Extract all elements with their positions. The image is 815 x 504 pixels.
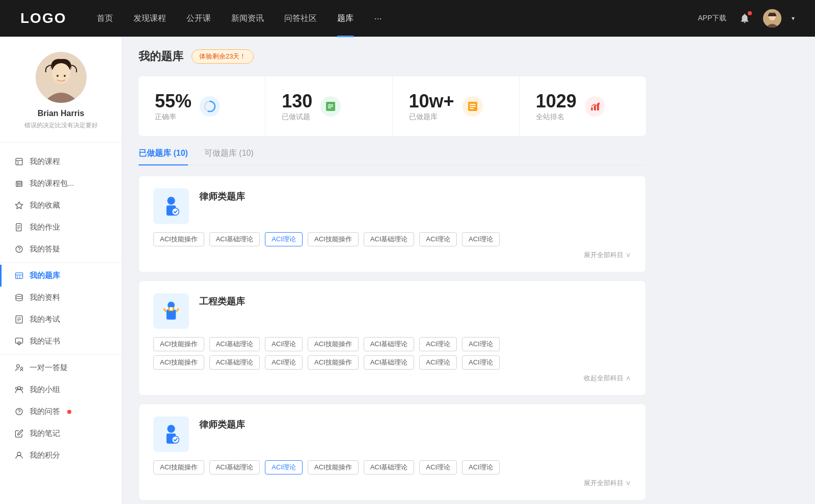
collapse-link-engineer[interactable]: 收起全部科目 ∧ <box>153 374 631 383</box>
nav-links: 首页 发现课程 公开课 新闻资讯 问答社区 题库 ··· <box>97 13 698 24</box>
sidebar-item-label: 我的课程包... <box>30 179 74 188</box>
tag-item[interactable]: ACI技能操作 <box>153 355 204 370</box>
rank-icon <box>585 96 605 117</box>
page-header: 我的题库 体验剩余23天！ <box>139 49 646 64</box>
svg-point-61 <box>170 307 173 310</box>
sidebar-item-my-cert[interactable]: 我的证书 <box>0 330 122 352</box>
tag-item[interactable]: ACI理论 <box>419 232 457 246</box>
tag-item[interactable]: ACI基础理论 <box>209 337 260 351</box>
sidebar-item-my-data[interactable]: 我的资料 <box>0 287 122 309</box>
accuracy-icon <box>200 96 220 117</box>
tag-item-active[interactable]: ACI理论 <box>265 460 303 474</box>
qbank-card-engineer: 工程类题库 ACI技能操作 ACI基础理论 ACI理论 ACI技能操作 ACI基… <box>139 281 646 396</box>
svg-rect-7 <box>16 158 22 165</box>
svg-point-6 <box>64 75 66 77</box>
sidebar-item-my-note[interactable]: 我的笔记 <box>0 423 122 444</box>
svg-rect-48 <box>470 104 476 105</box>
sidebar-item-my-package[interactable]: 我的课程包... <box>0 173 122 194</box>
sidebar-profile: Brian Harris 错误的决定比没有决定要好 <box>0 52 122 143</box>
app-download-button[interactable]: APP下载 <box>698 14 726 23</box>
user-menu-chevron[interactable]: ▾ <box>792 15 795 22</box>
nav-home[interactable]: 首页 <box>97 13 113 24</box>
nav-public[interactable]: 公开课 <box>186 13 211 24</box>
nav-bank[interactable]: 题库 <box>337 13 354 24</box>
main-layout: Brian Harris 错误的决定比没有决定要好 我的课程 我的课程包... <box>0 0 815 504</box>
nav-courses[interactable]: 发现课程 <box>133 13 166 24</box>
nav-news[interactable]: 新闻资讯 <box>231 13 264 24</box>
tag-item-active[interactable]: ACI理论 <box>265 232 303 246</box>
svg-rect-31 <box>15 338 22 343</box>
svg-point-21 <box>16 246 22 253</box>
tag-item[interactable]: ACI理论 <box>419 460 457 474</box>
tag-item[interactable]: ACI理论 <box>419 355 457 370</box>
svg-rect-51 <box>591 107 593 110</box>
sidebar-item-my-homework[interactable]: 我的作业 <box>0 216 122 238</box>
svg-point-35 <box>17 386 20 389</box>
tag-item[interactable]: ACI技能操作 <box>308 355 359 370</box>
sidebar-menu: 我的课程 我的课程包... 我的收藏 我的作业 <box>0 143 122 474</box>
sidebar-item-label: 我的证书 <box>30 337 60 346</box>
tag-item[interactable]: ACI基础理论 <box>209 460 260 474</box>
avatar <box>36 52 87 103</box>
sidebar-item-my-question[interactable]: 我的问答 <box>0 401 122 423</box>
stat-value-accuracy: 55% <box>155 91 192 112</box>
expand-link-lawyer-2[interactable]: 展开全部科目 ∨ <box>153 479 631 488</box>
tags-row-lawyer-1: ACI技能操作 ACI基础理论 ACI理论 ACI技能操作 ACI基础理论 AC… <box>153 232 631 246</box>
tag-item[interactable]: ACI技能操作 <box>308 232 359 246</box>
sidebar-item-label: 我的资料 <box>30 293 60 302</box>
sidebar-item-one-on-one[interactable]: 一对一答疑 <box>0 357 122 379</box>
tag-item[interactable]: ACI基础理论 <box>209 355 260 370</box>
expand-link-lawyer-1[interactable]: 展开全部科目 ∨ <box>153 250 631 260</box>
notification-dot <box>748 11 752 15</box>
tag-item[interactable]: ACI技能操作 <box>153 337 204 351</box>
sidebar-item-my-favorites[interactable]: 我的收藏 <box>0 194 122 216</box>
sidebar-item-my-score[interactable]: 我的积分 <box>0 444 122 466</box>
tag-item[interactable]: ACI理论 <box>265 337 303 351</box>
tag-item[interactable]: ACI基础理论 <box>364 355 415 370</box>
tag-item[interactable]: ACI理论 <box>462 460 500 474</box>
stat-done-questions: 130 已做试题 <box>265 76 392 136</box>
tag-item[interactable]: ACI技能操作 <box>153 460 204 474</box>
sidebar-item-my-bank[interactable]: 我的题库 <box>0 265 122 287</box>
nav-right: APP下载 ▾ <box>698 9 795 27</box>
nav-qa[interactable]: 问答社区 <box>284 13 317 24</box>
nav-more[interactable]: ··· <box>374 13 382 24</box>
stat-label-rank: 全站排名 <box>536 113 564 121</box>
svg-rect-22 <box>15 273 22 278</box>
notification-bell[interactable] <box>737 10 753 26</box>
lawyer-icon-1 <box>153 188 189 224</box>
user-avatar[interactable] <box>763 9 781 27</box>
svg-rect-50 <box>470 108 474 109</box>
sidebar-item-my-qa[interactable]: 我的答疑 <box>0 238 122 260</box>
tag-item[interactable]: ACI基础理论 <box>364 232 415 246</box>
sidebar-item-my-exam[interactable]: 我的考试 <box>0 309 122 330</box>
stat-done-banks: 10w+ 已做题库 <box>393 76 520 136</box>
tag-item[interactable]: ACI技能操作 <box>308 337 359 351</box>
main-content: 我的题库 体验剩余23天！ 55% 正确率 130 <box>122 37 662 504</box>
tag-item[interactable]: ACI理论 <box>265 355 303 370</box>
tag-item[interactable]: ACI基础理论 <box>364 337 415 351</box>
tag-item[interactable]: ACI技能操作 <box>308 460 359 474</box>
package-icon <box>14 179 23 188</box>
tag-item[interactable]: ACI基础理论 <box>209 232 260 246</box>
sidebar: Brian Harris 错误的决定比没有决定要好 我的课程 我的课程包... <box>0 37 122 504</box>
sidebar-divider <box>0 262 122 263</box>
stat-accuracy: 55% 正确率 <box>139 76 265 136</box>
logo[interactable]: LOGO <box>20 10 66 26</box>
sidebar-item-my-course[interactable]: 我的课程 <box>0 151 122 173</box>
tab-done-banks[interactable]: 已做题库 (10) <box>139 148 188 165</box>
course-icon <box>14 157 23 166</box>
svg-point-38 <box>16 408 22 415</box>
tag-item[interactable]: ACI理论 <box>462 355 500 370</box>
tag-item[interactable]: ACI基础理论 <box>364 460 415 474</box>
sidebar-item-label: 我的小组 <box>30 385 60 395</box>
tag-item[interactable]: ACI理论 <box>462 337 500 351</box>
tab-available-banks[interactable]: 可做题库 (10) <box>204 148 254 165</box>
tag-item[interactable]: ACI理论 <box>419 337 457 351</box>
tag-item[interactable]: ACI技能操作 <box>153 232 204 246</box>
lawyer-icon-2 <box>153 416 189 452</box>
done-questions-icon <box>320 96 341 117</box>
tag-item[interactable]: ACI理论 <box>462 232 500 246</box>
sidebar-item-label: 我的积分 <box>30 451 60 460</box>
sidebar-item-my-group[interactable]: 我的小组 <box>0 379 122 401</box>
